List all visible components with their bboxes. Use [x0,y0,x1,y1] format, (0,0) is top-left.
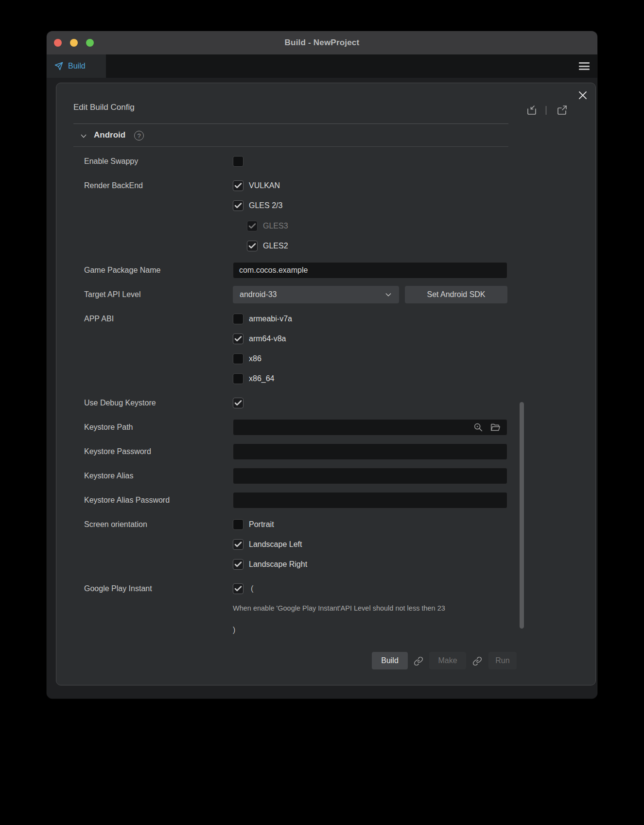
keystore-path-input[interactable] [233,419,507,436]
enable-swappy-label: Enable Swappy [84,156,138,167]
app-abi-label: APP ABI [84,313,114,325]
use-debug-keystore-option [233,397,244,409]
render-backend-gles3: GLES3 [247,220,288,232]
traffic-lights [54,31,94,54]
tab-build-label: Build [68,62,86,70]
zoom-window-button[interactable] [86,39,94,47]
x86-checkbox[interactable] [233,353,244,364]
search-icon[interactable] [473,422,484,433]
portrait-label: Portrait [249,520,274,529]
render-backend-gles2: GLES2 [247,240,288,252]
tab-bar: Build [47,54,597,78]
game-package-name-input[interactable] [233,262,507,279]
orientation-landscape-right: Landscape Right [233,559,307,570]
keystore-password-input[interactable] [233,443,507,460]
tab-build[interactable]: Build [47,54,106,78]
abi-x86: x86 [233,353,261,365]
portrait-checkbox[interactable] [233,519,244,530]
armeabi-v7a-checkbox[interactable] [233,314,244,324]
header-divider [73,123,508,124]
help-icon[interactable]: ? [134,131,144,140]
gles23-label: GLES 2/3 [249,201,282,210]
hamburger-icon[interactable] [579,61,590,71]
landscape-right-label: Landscape Right [249,560,307,569]
target-api-level-value: android-33 [240,290,277,299]
landscape-left-label: Landscape Left [249,540,302,549]
header-icon-separator [546,106,546,115]
set-android-sdk-button[interactable]: Set Android SDK [405,286,507,303]
gles2-checkbox[interactable] [247,241,258,251]
vulkan-checkbox[interactable] [233,180,244,191]
gles2-label: GLES2 [263,242,288,250]
gles3-checkbox [247,221,258,231]
export-config-icon[interactable] [556,105,568,116]
minimize-window-button[interactable] [70,39,78,47]
target-api-level-select[interactable]: android-33 [233,286,399,303]
abi-x86-64: x86_64 [233,373,275,385]
section-divider [73,146,508,147]
chevron-down-icon[interactable] [80,132,87,140]
render-backend-vulkan: VULKAN [233,180,280,192]
gles23-checkbox[interactable] [233,200,244,211]
paren-close: ) [233,624,235,636]
make-button[interactable]: Make [429,652,466,669]
close-window-button[interactable] [54,39,62,47]
x86-64-checkbox[interactable] [233,373,244,384]
landscape-right-checkbox[interactable] [233,559,244,570]
import-config-icon[interactable] [526,105,538,116]
gles3-label: GLES3 [263,222,288,230]
use-debug-keystore-checkbox[interactable] [233,398,244,408]
arm64-v8a-checkbox[interactable] [233,334,244,344]
dialog-title: Edit Build Config [73,103,135,112]
keystore-alias-password-label: Keystore Alias Password [84,494,170,506]
vertical-scrollbar[interactable] [520,402,524,629]
target-api-level-label: Target API Level [84,289,141,300]
orientation-portrait: Portrait [233,519,274,530]
build-button[interactable]: Build [372,652,408,669]
vulkan-label: VULKAN [249,181,280,190]
link-icon[interactable] [414,656,423,666]
build-config-dialog: Edit Build Config Android ? Enable Swapp… [56,83,596,685]
link-icon[interactable] [472,656,482,666]
enable-swappy-checkbox[interactable] [233,156,244,167]
orientation-landscape-left: Landscape Left [233,539,302,550]
keystore-alias-label: Keystore Alias [84,470,133,482]
abi-armeabi-v7a: armeabi-v7a [233,313,292,325]
folder-icon[interactable] [490,422,501,433]
paper-plane-icon [54,62,63,70]
close-icon[interactable] [577,89,589,101]
game-package-name-label: Game Package Name [84,264,160,276]
keystore-alias-input[interactable] [233,468,507,484]
use-debug-keystore-label: Use Debug Keystore [84,397,156,409]
paren-open: ( [251,583,253,595]
section-title-android: Android [94,130,125,140]
render-backend-gles23: GLES 2/3 [233,200,282,211]
run-button[interactable]: Run [488,652,517,669]
render-backend-label: Render BackEnd [84,180,143,192]
window-content: Edit Build Config Android ? Enable Swapp… [47,78,597,699]
armeabi-v7a-label: armeabi-v7a [249,315,292,323]
window-title: Build - NewProject [285,38,360,48]
arm64-v8a-label: arm64-v8a [249,334,286,343]
chevron-down-icon [384,291,392,298]
keystore-alias-password-input[interactable] [233,492,507,509]
screen-orientation-label: Screen orientation [84,519,147,530]
enable-swappy-option [233,156,244,167]
app-window: Build - NewProject Build Edit Build Conf… [47,31,597,699]
x86-label: x86 [249,354,261,363]
landscape-left-checkbox[interactable] [233,539,244,550]
google-play-instant-option [233,583,244,595]
x86-64-label: x86_64 [249,374,275,383]
google-play-instant-note: When enable 'Google Play Instant'API Lev… [233,604,445,612]
google-play-instant-label: Google Play Instant [84,583,152,595]
keystore-path-label: Keystore Path [84,421,133,433]
google-play-instant-checkbox[interactable] [233,583,244,594]
keystore-password-label: Keystore Password [84,446,151,457]
title-bar: Build - NewProject [47,31,597,54]
abi-arm64-v8a: arm64-v8a [233,333,286,345]
